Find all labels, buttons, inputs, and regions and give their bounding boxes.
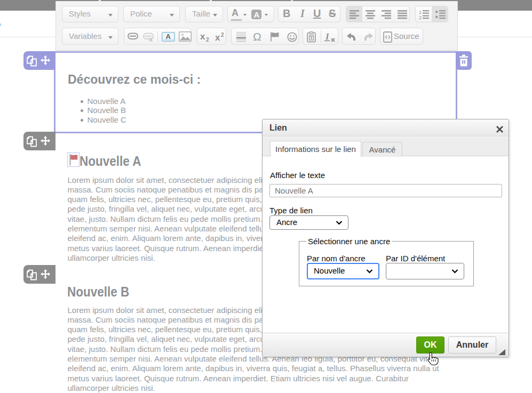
svg-text:2: 2 [206,37,209,42]
svg-text:I: I [325,32,330,42]
svg-text:A: A [166,33,171,41]
svg-text:x: x [200,32,205,42]
svg-text:1: 1 [419,10,422,15]
svg-text:x: x [215,33,220,42]
svg-text:2: 2 [419,15,422,20]
svg-text:2: 2 [221,32,224,38]
